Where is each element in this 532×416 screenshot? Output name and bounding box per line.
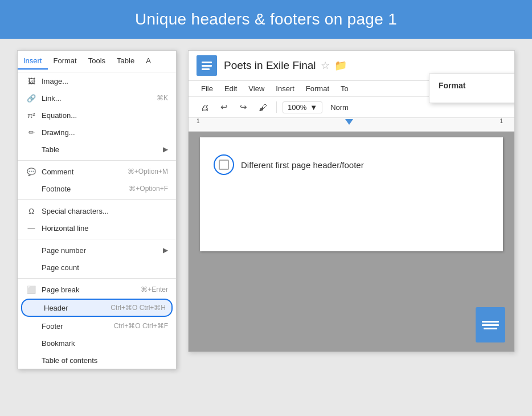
- header-shortcut: Ctrl+⌘O Ctrl+⌘H: [111, 304, 166, 312]
- pagebreak-icon: ⬜: [26, 284, 37, 295]
- image-icon: 🖼: [26, 75, 37, 87]
- outer-container: Unique headers & footers on page 1 Inser…: [0, 0, 532, 416]
- first-page-circle-highlight: [214, 154, 234, 175]
- paint-format-icon[interactable]: 🖌: [255, 99, 271, 115]
- docs-menu-file[interactable]: File: [197, 82, 218, 95]
- logo-line-2: [202, 65, 212, 67]
- menu-label-pagecount: Page count: [42, 263, 168, 272]
- divider-4: [18, 278, 176, 279]
- link-icon: 🔗: [26, 92, 37, 104]
- zoom-selector[interactable]: 100% ▼: [283, 101, 322, 113]
- menu-label-pagebreak: Page break: [42, 286, 135, 294]
- menu-label-special: Special characters...: [42, 207, 168, 215]
- first-page-label: Different first page header/footer: [241, 160, 364, 170]
- menu-item-bookmark[interactable]: Bookmark: [18, 335, 176, 352]
- print-icon[interactable]: 🖨: [197, 99, 212, 115]
- tab-format[interactable]: Format: [48, 53, 83, 70]
- undo-icon[interactable]: ↩: [216, 99, 232, 115]
- menu-item-hrule[interactable]: — Horizontal line: [18, 219, 176, 236]
- pagecount-icon: [26, 262, 37, 273]
- page-title: Unique headers & footers on page 1: [0, 0, 532, 39]
- divider-2: [18, 199, 176, 200]
- drawing-icon: ✏: [26, 127, 37, 138]
- docs-page: Different first page header/footer: [200, 137, 503, 251]
- menu-label-bookmark: Bookmark: [42, 339, 168, 348]
- menu-item-special[interactable]: Ω Special characters...: [18, 202, 176, 219]
- menu-item-header[interactable]: Header Ctrl+⌘O Ctrl+⌘H: [21, 299, 173, 317]
- docs-logo-lines: [202, 62, 212, 70]
- style-selector[interactable]: Norm: [330, 103, 349, 112]
- menu-item-image[interactable]: 🖼 Image...: [18, 72, 176, 89]
- pagenumber-arrow-icon: ▶: [163, 246, 168, 254]
- docs-menu-to[interactable]: To: [336, 82, 353, 95]
- zoom-arrow-icon: ▼: [310, 103, 317, 112]
- menu-item-pagenumber[interactable]: Page number ▶: [18, 242, 176, 259]
- menu-label-comment: Comment: [42, 168, 122, 176]
- folder-icon[interactable]: 📁: [334, 59, 347, 72]
- zoom-value: 100%: [288, 103, 306, 112]
- menu-label-pagenumber: Page number: [42, 246, 159, 255]
- icon-line-3: [484, 328, 497, 329]
- first-page-checkbox[interactable]: [219, 160, 229, 170]
- menu-item-comment[interactable]: 💬 Comment ⌘+Option+M: [18, 163, 176, 180]
- pagebreak-shortcut: ⌘+Enter: [141, 286, 168, 293]
- menu-item-footnote[interactable]: Footnote ⌘+Option+F: [18, 180, 176, 197]
- docs-menu-insert[interactable]: Insert: [271, 82, 299, 95]
- menu-label-footer: Footer: [42, 322, 108, 331]
- docs-logo: [197, 55, 217, 76]
- hrule-icon: —: [26, 222, 37, 234]
- footer-icon: [26, 320, 37, 332]
- footnote-icon: [26, 183, 37, 194]
- menu-tabs: Insert Format Tools Table A: [18, 51, 176, 72]
- logo-line-1: [202, 62, 212, 63]
- docs-file-title: Poets in Exile Final: [224, 59, 316, 72]
- format-panel-title: Format: [439, 81, 510, 90]
- docs-panel: Poets in Exile Final ☆ 📁 File Edit View …: [188, 50, 515, 352]
- menu-label-image: Image...: [42, 77, 168, 85]
- ruler-label-2: 1: [500, 118, 503, 124]
- star-icon[interactable]: ☆: [321, 59, 330, 72]
- redo-icon[interactable]: ↪: [235, 99, 251, 115]
- menu-item-equation[interactable]: π² Equation...: [18, 107, 176, 124]
- menu-item-pagecount[interactable]: Page count: [18, 259, 176, 276]
- docs-menu-format[interactable]: Format: [301, 82, 334, 95]
- docs-menu-edit[interactable]: Edit: [220, 82, 242, 95]
- menu-item-table[interactable]: Table ▶: [18, 141, 176, 158]
- ruler: 1 1: [189, 118, 514, 132]
- header-icon: [28, 302, 39, 313]
- ruler-label-1: 1: [197, 118, 200, 124]
- menu-item-link[interactable]: 🔗 Link... ⌘K: [18, 89, 176, 107]
- footer-shortcut: Ctrl+⌘O Ctrl+⌘F: [114, 322, 168, 330]
- table-arrow-icon: ▶: [163, 145, 168, 153]
- menu-label-footnote: Footnote: [42, 185, 123, 193]
- menu-label-link: Link...: [42, 94, 151, 103]
- tab-insert[interactable]: Insert: [18, 53, 48, 70]
- menu-label-hrule: Horizontal line: [42, 224, 168, 233]
- tab-a[interactable]: A: [140, 53, 157, 70]
- table-icon: [26, 144, 37, 155]
- footnote-shortcut: ⌘+Option+F: [129, 185, 168, 193]
- divider-3: [18, 239, 176, 239]
- ruler-content: 1 1: [197, 118, 506, 131]
- special-icon: Ω: [26, 205, 37, 217]
- docs-icon-corner: [476, 307, 505, 342]
- tab-tools[interactable]: Tools: [83, 53, 111, 70]
- menu-item-footer[interactable]: Footer Ctrl+⌘O Ctrl+⌘F: [18, 317, 176, 335]
- docs-menu-view[interactable]: View: [244, 82, 269, 95]
- tab-table[interactable]: Table: [111, 53, 140, 70]
- icon-line-2: [482, 324, 499, 326]
- ruler-marker[interactable]: [345, 119, 353, 125]
- menu-label-equation: Equation...: [42, 111, 168, 120]
- link-shortcut: ⌘K: [157, 94, 168, 102]
- menu-label-header: Header: [44, 304, 105, 312]
- menu-item-pagebreak[interactable]: ⬜ Page break ⌘+Enter: [18, 281, 176, 298]
- menu-item-drawing[interactable]: ✏ Drawing...: [18, 124, 176, 141]
- equation-icon: π²: [26, 109, 37, 121]
- toolbar-separator: [276, 101, 277, 113]
- logo-line-3: [202, 68, 210, 70]
- menu-label-drawing: Drawing...: [42, 128, 168, 137]
- menu-item-toc[interactable]: Table of contents: [18, 352, 176, 369]
- icon-line-1: [482, 321, 499, 323]
- insert-menu: Insert Format Tools Table A 🖼 Image... 🔗…: [17, 50, 177, 369]
- bookmark-icon: [26, 337, 37, 349]
